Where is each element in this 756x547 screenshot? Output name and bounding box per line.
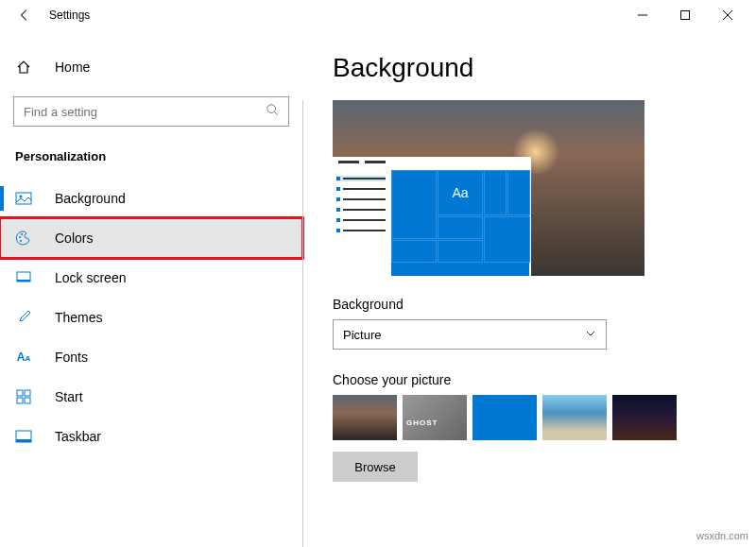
- sidebar: Home Personalization Background Colors L…: [0, 30, 302, 547]
- page-title: Background: [333, 53, 726, 83]
- divider: [302, 100, 303, 547]
- svg-point-9: [21, 233, 23, 235]
- sidebar-item-label: Lock screen: [55, 270, 126, 285]
- svg-rect-14: [25, 390, 30, 396]
- sidebar-item-themes[interactable]: Themes: [0, 298, 302, 337]
- maximize-button[interactable]: [663, 2, 706, 28]
- sidebar-item-label: Background: [55, 191, 126, 206]
- sidebar-item-background[interactable]: Background: [0, 179, 302, 218]
- minimize-button[interactable]: [621, 2, 663, 28]
- svg-point-8: [19, 236, 21, 238]
- svg-point-10: [20, 240, 22, 242]
- picture-thumb-5[interactable]: [612, 395, 677, 440]
- brush-icon: [15, 309, 32, 326]
- sidebar-item-label: Taskbar: [55, 429, 101, 444]
- picture-icon: [15, 190, 32, 207]
- sidebar-item-fonts[interactable]: AA Fonts: [0, 337, 302, 377]
- main-panel: Background Aa: [302, 30, 756, 547]
- svg-rect-1: [680, 11, 689, 20]
- sidebar-item-lockscreen[interactable]: Lock screen: [0, 258, 302, 298]
- watermark: wsxdn.com: [696, 530, 748, 541]
- svg-line-5: [275, 112, 279, 116]
- sidebar-item-label: Start: [55, 389, 83, 404]
- svg-rect-18: [16, 439, 31, 442]
- svg-point-4: [267, 105, 276, 113]
- start-icon: [15, 388, 32, 405]
- search-field[interactable]: [24, 105, 266, 119]
- dropdown-value: Picture: [343, 328, 381, 342]
- lockscreen-icon: [15, 269, 32, 286]
- section-heading: Personalization: [0, 145, 302, 179]
- svg-point-7: [20, 196, 23, 198]
- svg-rect-12: [17, 280, 30, 282]
- browse-button[interactable]: Browse: [333, 452, 418, 482]
- picture-thumb-1[interactable]: [333, 395, 397, 440]
- background-dropdown[interactable]: Picture: [333, 319, 607, 350]
- chevron-down-icon: [585, 328, 596, 342]
- home-label: Home: [55, 60, 90, 75]
- picture-thumbnails: [333, 395, 726, 440]
- sidebar-item-colors[interactable]: Colors: [0, 218, 302, 258]
- svg-rect-15: [17, 398, 23, 403]
- search-input[interactable]: [13, 96, 289, 127]
- home-link[interactable]: Home: [0, 49, 302, 85]
- choose-picture-label: Choose your picture: [333, 372, 726, 387]
- window-title: Settings: [49, 9, 90, 22]
- sidebar-item-taskbar[interactable]: Taskbar: [0, 417, 302, 456]
- taskbar-icon: [15, 428, 32, 445]
- sidebar-item-label: Themes: [55, 310, 103, 325]
- sidebar-item-start[interactable]: Start: [0, 377, 302, 417]
- preview-aa: Aa: [438, 170, 483, 215]
- back-button[interactable]: [15, 6, 34, 25]
- svg-rect-13: [17, 390, 23, 396]
- svg-rect-16: [25, 398, 30, 403]
- sidebar-item-label: Fonts: [55, 350, 88, 365]
- background-preview: Aa: [333, 100, 644, 276]
- search-icon: [266, 103, 279, 120]
- background-dropdown-label: Background: [333, 297, 726, 312]
- home-icon: [15, 59, 32, 76]
- fonts-icon: AA: [15, 349, 32, 366]
- sidebar-item-label: Colors: [55, 231, 93, 246]
- close-button[interactable]: [706, 2, 748, 28]
- picture-thumb-2[interactable]: [403, 395, 467, 440]
- palette-icon: [15, 230, 32, 247]
- picture-thumb-4[interactable]: [542, 395, 607, 440]
- picture-thumb-3[interactable]: [472, 395, 537, 440]
